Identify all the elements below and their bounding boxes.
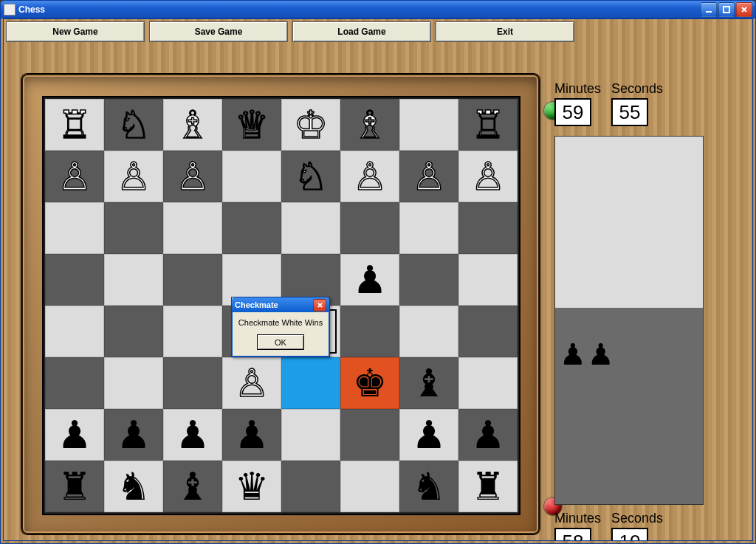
black-bishop-piece[interactable]: ♝ (412, 364, 447, 402)
board-square[interactable]: ♟ (340, 254, 399, 306)
white-pawn-piece[interactable]: ♙ (353, 157, 388, 196)
board-square[interactable] (281, 409, 340, 461)
board-square[interactable] (281, 461, 340, 512)
board-square[interactable]: ♙ (399, 151, 458, 202)
dialog-titlebar[interactable]: Checkmate (232, 297, 329, 312)
board-square[interactable]: ♜ (45, 461, 104, 512)
board-square[interactable]: ♝ (163, 461, 222, 512)
board-square[interactable]: ♘ (281, 151, 340, 202)
board-square[interactable] (458, 306, 518, 357)
white-knight-piece[interactable]: ♘ (294, 157, 329, 196)
board-square[interactable]: ♖ (45, 99, 104, 151)
board-square[interactable]: ♘ (104, 99, 163, 151)
dialog-close-button[interactable] (313, 299, 326, 311)
board-square[interactable] (163, 306, 222, 357)
white-pawn-piece[interactable]: ♙ (235, 364, 269, 402)
white-pawn-piece[interactable]: ♙ (58, 157, 92, 196)
board-square[interactable] (340, 409, 399, 461)
white-pawn-piece[interactable]: ♙ (176, 157, 210, 196)
board-square[interactable]: ♙ (104, 151, 163, 202)
board-square[interactable] (104, 202, 163, 254)
board-square[interactable]: ♔ (281, 99, 340, 151)
dialog-ok-button[interactable]: OK (257, 334, 304, 350)
close-button[interactable] (736, 2, 752, 17)
board-square[interactable]: ♖ (458, 99, 518, 151)
board-square[interactable] (104, 306, 163, 357)
board-square[interactable] (163, 254, 222, 306)
board-square[interactable]: ♟ (45, 409, 104, 461)
titlebar[interactable]: Chess (1, 1, 755, 18)
board-square[interactable] (458, 357, 518, 409)
board-square[interactable] (399, 254, 458, 306)
black-rook-piece[interactable]: ♜ (471, 467, 506, 506)
board-square[interactable]: ♜ (458, 461, 518, 512)
black-pawn-piece[interactable]: ♟ (412, 416, 447, 454)
white-bishop-piece[interactable]: ♗ (353, 106, 388, 144)
minimize-button[interactable] (701, 2, 717, 17)
black-bishop-piece[interactable]: ♝ (176, 467, 210, 506)
board-square[interactable] (45, 254, 104, 306)
white-king-piece[interactable]: ♔ (294, 106, 329, 144)
board-square[interactable] (222, 151, 281, 202)
load-game-button[interactable]: Load Game (293, 22, 430, 41)
board-square[interactable] (104, 357, 163, 409)
board-square[interactable]: ♟ (399, 409, 458, 461)
black-pawn-piece[interactable]: ♟ (58, 416, 92, 454)
board-square[interactable] (281, 357, 340, 409)
board-square[interactable] (340, 202, 399, 254)
board-square[interactable] (45, 357, 104, 409)
board-square[interactable] (340, 306, 399, 357)
board-square[interactable]: ♗ (163, 99, 222, 151)
board-square[interactable]: ♟ (163, 409, 222, 461)
save-game-button[interactable]: Save Game (150, 22, 287, 41)
board-square[interactable]: ♙ (222, 357, 281, 409)
board-square[interactable] (399, 99, 458, 151)
board-square[interactable] (45, 202, 104, 254)
black-pawn-piece[interactable]: ♟ (235, 416, 269, 454)
black-pawn-piece[interactable]: ♟ (117, 416, 151, 454)
white-pawn-piece[interactable]: ♙ (412, 157, 447, 196)
board-square[interactable] (163, 357, 222, 409)
white-pawn-piece[interactable]: ♙ (471, 157, 506, 196)
board-square[interactable] (104, 254, 163, 306)
board-square[interactable] (340, 461, 399, 512)
board-square[interactable] (281, 202, 340, 254)
white-knight-piece[interactable]: ♘ (117, 106, 151, 144)
board-square[interactable]: ♞ (104, 461, 163, 512)
board-square[interactable] (45, 306, 104, 357)
board-square[interactable]: ♕ (222, 99, 281, 151)
black-knight-piece[interactable]: ♞ (117, 467, 151, 506)
white-pawn-piece[interactable]: ♙ (117, 157, 151, 196)
black-pawn-piece[interactable]: ♟ (353, 261, 388, 299)
board-square[interactable] (399, 306, 458, 357)
board-square[interactable] (458, 254, 518, 306)
black-rook-piece[interactable]: ♜ (58, 467, 92, 506)
board-square[interactable]: ♝ (399, 357, 458, 409)
white-rook-piece[interactable]: ♖ (471, 106, 506, 144)
board-square[interactable] (458, 202, 518, 254)
board-square[interactable]: ♙ (45, 151, 104, 202)
board-square[interactable]: ♙ (163, 151, 222, 202)
board-square[interactable]: ♛ (222, 461, 281, 512)
board-square[interactable]: ♟ (104, 409, 163, 461)
black-knight-piece[interactable]: ♞ (412, 467, 447, 506)
board-square[interactable] (399, 202, 458, 254)
black-king-piece[interactable]: ♚ (353, 364, 388, 402)
board-square[interactable]: ♚ (340, 357, 399, 409)
board-square[interactable]: ♙ (458, 151, 518, 202)
white-bishop-piece[interactable]: ♗ (176, 106, 210, 144)
board-square[interactable]: ♟ (458, 409, 518, 461)
board-square[interactable]: ♙ (340, 151, 399, 202)
new-game-button[interactable]: New Game (7, 22, 144, 41)
black-pawn-piece[interactable]: ♟ (176, 416, 210, 454)
board-square[interactable]: ♟ (222, 409, 281, 461)
black-queen-piece[interactable]: ♛ (235, 467, 269, 506)
board-square[interactable]: ♗ (340, 99, 399, 151)
black-pawn-piece[interactable]: ♟ (471, 416, 506, 454)
exit-button[interactable]: Exit (436, 22, 574, 41)
board-square[interactable] (163, 202, 222, 254)
white-rook-piece[interactable]: ♖ (58, 106, 92, 144)
board-square[interactable]: ♞ (399, 461, 458, 512)
maximize-button[interactable] (718, 2, 735, 17)
board-square[interactable] (222, 202, 281, 254)
